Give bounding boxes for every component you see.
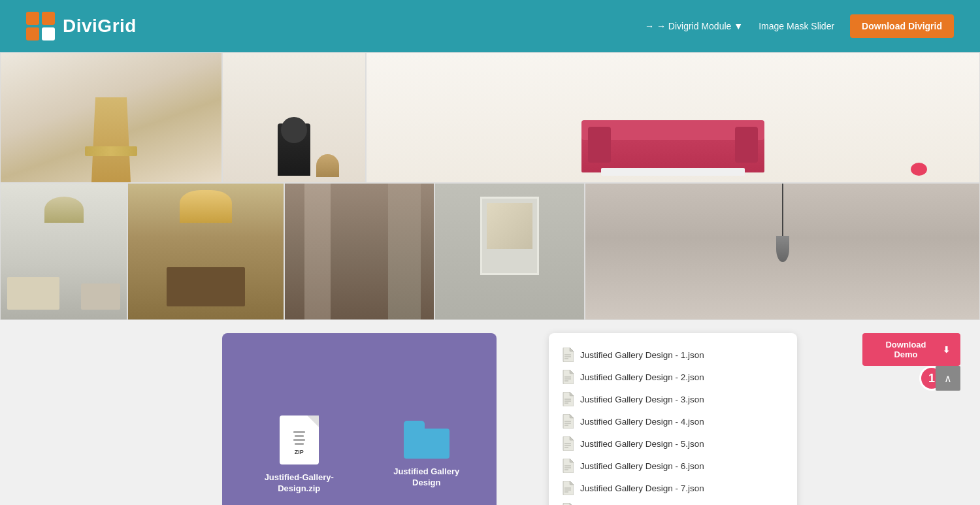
nav-divigrid-label: → Divigrid Module: [657, 21, 731, 31]
file-icon: [562, 459, 574, 473]
logo-icon: [26, 12, 55, 41]
folder-item: Justified Gallery Design: [382, 421, 470, 489]
navbar: DiviGrid → → Divigrid Module ▼ Image Mas…: [0, 0, 980, 52]
folder-body: [404, 429, 449, 459]
file-icon: [562, 370, 574, 384]
right-panel: Download Demo ⬇ 1 ∧: [862, 320, 980, 505]
file-list-item: Justified Gallery Design - 3.json: [562, 388, 784, 410]
file-icon: [562, 481, 574, 495]
download-demo-button[interactable]: Download Demo ⬇: [862, 333, 960, 366]
gallery-img-curtain: [284, 183, 434, 320]
scroll-up-icon: ∧: [944, 372, 952, 385]
file-list-item: Justified Gallery Design - 1.json: [562, 344, 784, 366]
gallery-row-2: [0, 183, 980, 320]
zip-panel: ZIP Justified-Gallery-Design.zip Justifi…: [222, 333, 497, 505]
gallery-img-living: [0, 183, 127, 320]
file-name: Justified Gallery Design - 2.json: [580, 372, 704, 382]
file-list-item: Justified Gallery Design - 7.json: [562, 477, 784, 499]
gallery-img-chair1: [0, 52, 222, 183]
gallery-container: [0, 52, 980, 320]
file-icon: [562, 348, 574, 362]
zip-item: ZIP Justified-Gallery-Design.zip: [248, 415, 350, 495]
file-list-item: Justified Gallery Design - 5.json: [562, 432, 784, 455]
gallery-img-dining: [127, 183, 284, 320]
download-demo-label: Download Demo: [873, 340, 939, 359]
download-icon: ⬇: [943, 345, 950, 355]
download-divigrid-button[interactable]: Download Divigrid: [850, 14, 954, 38]
file-name: Justified Gallery Design - 5.json: [580, 439, 704, 449]
logo: DiviGrid: [26, 12, 137, 41]
file-name: Justified Gallery Design - 7.json: [580, 483, 704, 493]
file-icon: [562, 392, 574, 406]
logo-sq2: [42, 12, 55, 25]
nav-dropdown-arrow: ▼: [734, 21, 743, 31]
nav-image-mask[interactable]: Image Mask Slider: [759, 21, 834, 31]
nav-arrow-icon: →: [645, 21, 654, 31]
folder-icon-wrap: [404, 421, 449, 459]
file-icon: [562, 414, 574, 429]
nav-right: → → Divigrid Module ▼ Image Mask Slider …: [645, 14, 954, 38]
file-name: Justified Gallery Design - 6.json: [580, 461, 704, 471]
gallery-img-pendant: [585, 183, 980, 320]
file-list-item: Justified Gallery Design - 8.json: [562, 499, 784, 505]
bottom-section: ZIP Justified-Gallery-Design.zip Justifi…: [0, 320, 980, 505]
file-name: Justified Gallery Design - 1.json: [580, 350, 704, 360]
zip-text: ZIP: [295, 449, 304, 455]
gallery-row-1: [0, 52, 980, 183]
file-name: Justified Gallery Design - 3.json: [580, 395, 704, 404]
file-list-item: Justified Gallery Design - 4.json: [562, 410, 784, 432]
folder-tab: [404, 421, 425, 431]
file-icon: [562, 436, 574, 451]
gallery-img-chair2: [222, 52, 366, 183]
gallery-img-art: [434, 183, 585, 320]
nav-image-mask-label: Image Mask Slider: [759, 21, 834, 31]
file-name: Justified Gallery Design - 4.json: [580, 417, 704, 427]
folder-label: Justified Gallery Design: [382, 466, 470, 489]
zip-label: Justified-Gallery-Design.zip: [248, 472, 350, 495]
logo-text: DiviGrid: [63, 16, 137, 37]
file-list-item: Justified Gallery Design - 6.json: [562, 455, 784, 477]
zip-icon: ZIP: [280, 415, 319, 464]
file-list-panel: Justified Gallery Design - 1.json Justif…: [549, 333, 797, 505]
gallery-img-sofa: [366, 52, 980, 183]
nav-divigrid-module[interactable]: → → Divigrid Module ▼: [645, 21, 743, 31]
logo-sq3: [26, 27, 39, 41]
scroll-up-button[interactable]: ∧: [936, 366, 960, 391]
logo-sq1: [26, 12, 39, 25]
file-list-item: Justified Gallery Design - 2.json: [562, 366, 784, 388]
logo-sq4: [42, 27, 55, 41]
